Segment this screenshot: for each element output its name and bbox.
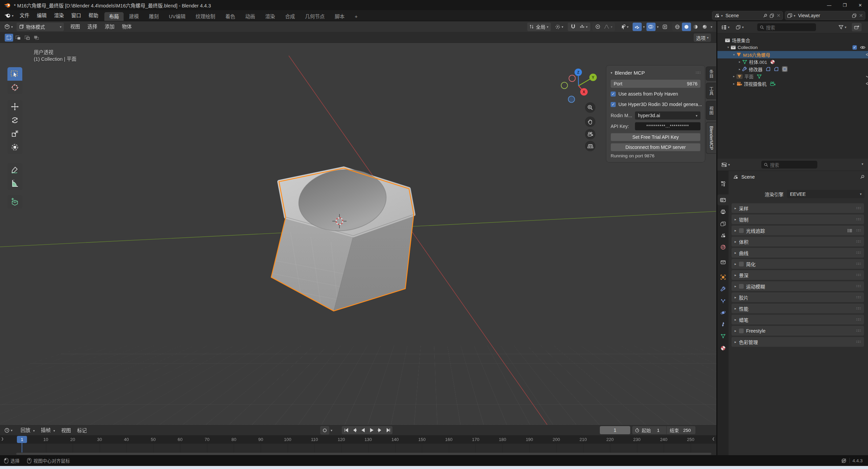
ruler-expand-left-icon[interactable]: ❯	[1, 437, 4, 441]
timeline-menu-item[interactable]: 回放 ▾	[18, 426, 38, 435]
drag-grip-icon[interactable]: ∷∷	[856, 228, 861, 233]
tool-annotate-button[interactable]	[7, 163, 22, 177]
tool-rotate-button[interactable]	[7, 113, 22, 127]
outliner-display-mode-button[interactable]: ▾	[719, 23, 732, 31]
workspace-tab[interactable]: 脚本	[330, 12, 349, 21]
outliner-row[interactable]: ▸平面	[717, 73, 868, 80]
menubar-item[interactable]: 窗口	[68, 10, 85, 21]
hex-nut-model[interactable]	[267, 165, 414, 318]
menubar-item[interactable]: 编辑	[33, 10, 50, 21]
properties-section[interactable]: ▸性能∷∷	[732, 304, 864, 313]
drag-grip-icon[interactable]: ∷∷	[696, 71, 700, 75]
workspace-tab[interactable]: 雕刻	[144, 12, 163, 21]
poly-haven-checkbox[interactable]: ✓ Use assets from Poly Haven	[611, 91, 700, 97]
outliner-row[interactable]: ▸修改器	[717, 66, 868, 73]
expand-arrow-icon[interactable]: ▾	[732, 53, 736, 56]
properties-tab-material[interactable]	[717, 343, 729, 354]
copy-scene-icon[interactable]	[770, 14, 774, 18]
section-checkbox[interactable]	[739, 329, 744, 333]
sidebar-tab-blendermcp[interactable]: BlenderMCP	[706, 122, 716, 154]
properties-section[interactable]: ▸运动模糊∷∷	[732, 281, 864, 291]
copy-viewlayer-icon[interactable]	[852, 14, 857, 18]
proportional-falloff-dropdown[interactable]: ▾	[603, 23, 614, 31]
selectability-dropdown[interactable]: ▾	[618, 23, 631, 31]
play-button[interactable]	[367, 426, 376, 434]
properties-tab-object-data[interactable]	[717, 331, 729, 341]
jump-to-start-button[interactable]	[342, 426, 350, 434]
workspace-tab[interactable]: 渲染	[260, 12, 280, 21]
properties-tab-particles[interactable]	[717, 296, 729, 307]
shading-dropdown[interactable]: ▾	[711, 25, 712, 29]
pin-icon[interactable]	[860, 175, 865, 179]
drag-grip-icon[interactable]: ∷∷	[856, 239, 861, 244]
restore-button[interactable]: ❐	[837, 0, 852, 10]
auto-keying-toggle[interactable]	[320, 426, 329, 435]
blender-menu-button[interactable]: ▾	[2, 11, 16, 20]
sidebar-tab-工具[interactable]: 工具	[706, 83, 716, 99]
properties-tab-object[interactable]	[717, 272, 729, 283]
pivot-point-dropdown[interactable]: ▾	[553, 23, 566, 31]
scene-selector[interactable]: ▾ Scene ✕	[712, 11, 783, 20]
set-trial-key-button[interactable]: Set Free Trial API Key	[611, 133, 700, 141]
viewlayer-selector[interactable]: ▾ ViewLayer ✕	[785, 11, 865, 20]
outliner-row[interactable]: ▾Collection✓	[717, 44, 868, 51]
properties-tab-tool[interactable]	[717, 178, 729, 189]
zoom-view-button[interactable]	[585, 102, 595, 113]
shading-solid-button[interactable]	[682, 23, 691, 31]
hide-toggle[interactable]	[860, 45, 866, 50]
properties-editor-type-button[interactable]: ▾	[719, 160, 732, 169]
viewport-menu-item[interactable]: 物体	[118, 21, 135, 32]
ruler-expand-right-icon[interactable]: ❮	[712, 437, 715, 441]
orientation-dropdown[interactable]: 全局 ▾	[527, 23, 551, 31]
outliner-filter-mode-button[interactable]: ▾	[734, 23, 746, 31]
workspace-tab[interactable]: 合成	[280, 12, 300, 21]
properties-tab-world[interactable]	[717, 242, 729, 253]
viewport-menu-item[interactable]: 选择	[84, 21, 101, 32]
workspace-tab[interactable]: 几何节点	[300, 12, 329, 21]
timeline-track-area[interactable]	[0, 444, 716, 452]
mcp-panel-header[interactable]: ▾ Blender MCP ∷∷	[611, 70, 700, 76]
axis-neg-y-ball[interactable]	[561, 82, 568, 89]
workspace-tab[interactable]: 建模	[124, 12, 144, 21]
drag-grip-icon[interactable]: ∷∷	[856, 340, 861, 344]
properties-tab-constraints[interactable]	[717, 319, 729, 330]
properties-section[interactable]: ▸蜡笔∷∷	[732, 315, 864, 324]
menubar-item[interactable]: 文件	[16, 10, 33, 21]
axis-neg-x-ball[interactable]	[569, 75, 576, 82]
properties-section[interactable]: ▸色彩管理∷∷	[732, 337, 864, 347]
viewport-menu-item[interactable]: 添加	[101, 21, 118, 32]
workspace-tab[interactable]: UV编辑	[164, 12, 190, 21]
minimize-button[interactable]: —	[821, 0, 837, 10]
keying-dropdown[interactable]: ▾	[331, 428, 332, 432]
outliner-filter-button[interactable]: ▾	[836, 23, 849, 31]
tool-cursor-button[interactable]	[7, 81, 22, 94]
properties-tab-collection[interactable]	[717, 257, 729, 267]
properties-section[interactable]: ▸景深∷∷	[732, 270, 864, 280]
drag-grip-icon[interactable]: ∷∷	[856, 262, 861, 266]
playhead-line[interactable]	[22, 443, 22, 452]
timeline-menu-item[interactable]: 视图	[58, 426, 74, 435]
properties-section[interactable]: ▸Freestyle∷∷	[732, 326, 864, 336]
options-dropdown[interactable]: 选项▾	[694, 33, 711, 42]
menubar-item[interactable]: 帮助	[85, 10, 102, 21]
timeline-menu-item[interactable]: 标记	[74, 426, 90, 435]
jump-to-end-button[interactable]	[384, 426, 392, 434]
pin-icon[interactable]	[763, 14, 767, 18]
timeline-scrollbar[interactable]	[16, 453, 711, 455]
properties-tab-output[interactable]	[717, 206, 729, 217]
include-checkbox[interactable]: ✓	[852, 45, 857, 50]
properties-section[interactable]: ▸曲线∷∷	[732, 248, 864, 258]
proportional-editing-toggle[interactable]	[593, 23, 603, 31]
editor-type-button[interactable]: ▾	[2, 23, 15, 31]
hide-toggle[interactable]	[866, 81, 868, 86]
shading-wireframe-button[interactable]	[673, 23, 682, 31]
select-mode-extend[interactable]	[14, 34, 22, 42]
properties-section[interactable]: ▸体积∷∷	[732, 237, 864, 246]
disconnect-button[interactable]: Disconnect from MCP server	[611, 143, 700, 151]
shading-rendered-button[interactable]	[700, 23, 709, 31]
play-reverse-button[interactable]	[359, 426, 367, 434]
rodin-mode-dropdown[interactable]: hyper3d.ai▾	[635, 111, 700, 120]
expand-arrow-icon[interactable]: ▸	[737, 68, 742, 71]
start-frame-value[interactable]: 1	[653, 428, 663, 433]
drag-grip-icon[interactable]: ∷∷	[856, 206, 861, 210]
